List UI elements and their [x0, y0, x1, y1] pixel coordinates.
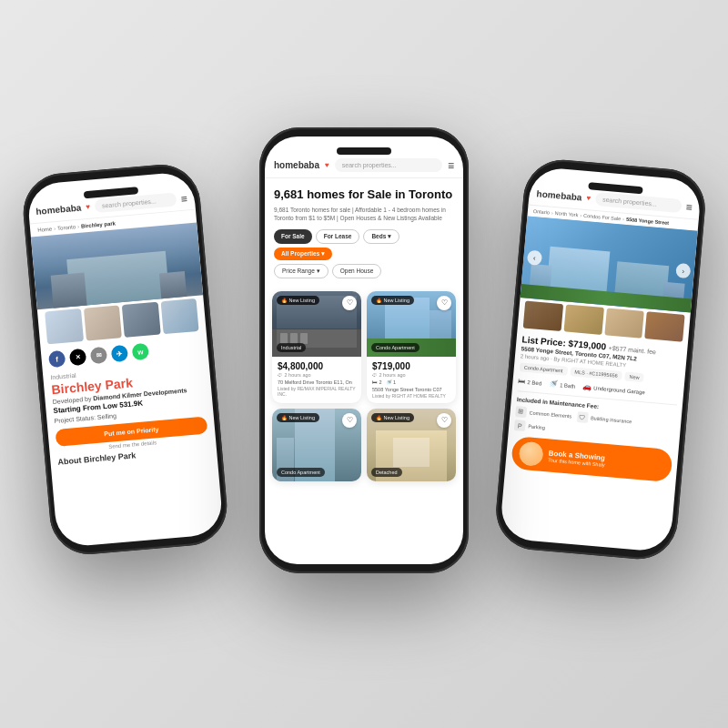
center-logo-heart: ♥	[325, 161, 329, 169]
right-bc-northyork[interactable]: North York	[554, 210, 578, 217]
filter-beds[interactable]: Beds ▾	[363, 229, 399, 244]
center-header: homebaba ♥ search properties... ≡	[265, 136, 463, 178]
center-phone: homebaba ♥ search properties... ≡ 9,681 …	[259, 127, 469, 573]
right-beds: 🛏 2 Bed	[518, 377, 541, 387]
filter-row-1: For Sale For Lease Beds ▾ All Properties…	[274, 229, 454, 260]
favorite-btn-4[interactable]: ♡	[437, 413, 451, 428]
right-search-input[interactable]: search properties...	[594, 192, 682, 213]
share-twitter[interactable]: ✕	[69, 349, 87, 367]
property-type-4: Detached	[371, 468, 402, 477]
thumb-2[interactable]	[83, 305, 121, 340]
listing-img-2: 🔥 New Listing ♡ Condo Apartment	[367, 291, 456, 357]
listing-card-3[interactable]: 🔥 New Listing ♡ Condo Apartment	[272, 409, 361, 481]
property-type-1: Industrial	[277, 343, 306, 352]
breadcrumb-toronto[interactable]: Toronto	[57, 224, 76, 231]
center-phone-notch	[337, 147, 391, 155]
filter-for-sale[interactable]: For Sale	[274, 229, 312, 244]
left-phone-screen: homebaba ♥ search properties... ≡ Home ›…	[26, 171, 224, 548]
center-menu-icon[interactable]: ≡	[448, 159, 454, 172]
booking-avatar	[519, 441, 544, 467]
listing-card-4[interactable]: 🔥 New Listing ♡ Detached	[367, 409, 456, 481]
right-thumb-1[interactable]	[523, 301, 563, 332]
new-listing-badge-3: 🔥 New Listing	[277, 413, 319, 422]
right-bc-ontario[interactable]: Ontario	[533, 208, 551, 216]
right-phone: homebaba ♥ search properties... ≡ Ontari…	[493, 157, 709, 562]
breadcrumb-current: Birchley park	[81, 220, 116, 228]
right-parking: 🚗 Underground Garage	[582, 382, 645, 396]
listing-info-2: $719,000 ⏱ 2 hours ago 🛏 2🚿 1 5508 Yonge…	[367, 357, 456, 403]
right-tag-type: Condo Apartment	[520, 362, 568, 376]
right-logo-heart: ♥	[586, 194, 592, 202]
filter-price-range[interactable]: Price Range ▾	[274, 264, 329, 278]
center-logo: homebaba	[274, 160, 319, 170]
listing-info-1: $4,800,000 ⏱ 2 hours ago 70 Melford Driv…	[272, 357, 361, 401]
new-listing-badge-2: 🔥 New Listing	[371, 296, 414, 305]
thumb-4[interactable]	[160, 298, 198, 334]
hero-title: 9,681 homes for Sale in Toronto	[274, 187, 454, 202]
listing-img-1: 🔥 New Listing ♡ Industrial	[272, 291, 361, 357]
listing-agent-2: Listed by RIGHT AT HOME REALTY	[372, 393, 450, 399]
breadcrumb-home[interactable]: Home	[37, 226, 52, 232]
property-type-3: Condo Apartment	[277, 468, 325, 477]
property-type-2: Condo Apartment	[371, 343, 420, 352]
listing-card-1[interactable]: 🔥 New Listing ♡ Industrial $4,800,000 ⏱ …	[272, 291, 361, 403]
right-menu-icon[interactable]: ≡	[685, 200, 693, 214]
common-elements-icon: ⊞	[515, 406, 527, 418]
right-logo: homebaba	[536, 188, 582, 202]
thumb-1[interactable]	[45, 308, 83, 344]
phones-container: homebaba ♥ search properties... ≡ Home ›…	[9, 9, 719, 719]
center-search-input[interactable]: search properties...	[335, 158, 442, 172]
hero-subtitle: 9,681 Toronto homes for sale | Affordabl…	[274, 206, 454, 222]
right-tag-mls: MLS · #C11995656	[570, 367, 622, 380]
listing-address-2: 5508 Yonge Street Toronto C07	[372, 387, 450, 392]
filter-for-lease[interactable]: For Lease	[316, 229, 360, 244]
filter-open-house[interactable]: Open House	[332, 264, 382, 278]
right-phone-screen: homebaba ♥ search properties... ≡ Ontari…	[499, 167, 702, 553]
listing-price-2: $719,000	[372, 361, 450, 371]
parking-icon: P	[514, 420, 526, 431]
right-main-image: ‹ ›	[521, 216, 698, 312]
listing-img-3: 🔥 New Listing ♡ Condo Apartment	[272, 409, 361, 481]
share-whatsapp[interactable]: w	[132, 343, 150, 361]
right-thumb-4[interactable]	[644, 311, 684, 342]
favorite-btn-2[interactable]: ♡	[437, 296, 451, 310]
center-hero: 9,681 homes for Sale in Toronto 9,681 To…	[265, 178, 463, 291]
listing-agent-1: Listed by RE/MAX IMPERIAL REALTY INC.	[278, 386, 356, 397]
filter-all-properties[interactable]: All Properties ▾	[274, 248, 332, 260]
favorite-btn-3[interactable]: ♡	[342, 413, 357, 428]
share-telegram[interactable]: ✈	[111, 345, 129, 363]
listing-img-4: 🔥 New Listing ♡ Detached	[367, 409, 456, 481]
right-tag-new: New	[624, 371, 644, 382]
listing-meta-2: ⏱ 2 hours ago	[372, 372, 450, 378]
listings-grid: 🔥 New Listing ♡ Industrial $4,800,000 ⏱ …	[265, 291, 463, 489]
share-email[interactable]: ✉	[90, 347, 108, 365]
right-bc-condos[interactable]: Condos For Sale	[583, 213, 622, 222]
right-baths: 🚿 1 Bath	[549, 379, 576, 390]
right-bc-address: 5508 Yonge Street	[626, 217, 670, 226]
center-phone-screen: homebaba ♥ search properties... ≡ 9,681 …	[265, 136, 463, 564]
thumb-3[interactable]	[122, 302, 160, 338]
share-facebook[interactable]: f	[48, 350, 66, 369]
right-thumb-2[interactable]	[563, 304, 603, 335]
building-insurance-icon: 🛡	[577, 411, 589, 423]
listing-price-1: $4,800,000	[278, 361, 356, 371]
left-menu-icon[interactable]: ≡	[180, 192, 187, 206]
favorite-btn-1[interactable]: ♡	[342, 296, 357, 310]
right-thumb-3[interactable]	[604, 308, 644, 339]
listing-address-1: 70 Melford Drive Toronto E11, On	[278, 379, 356, 385]
left-logo-heart: ♥	[86, 203, 91, 211]
listing-beds-baths-2: 🛏 2🚿 1	[372, 379, 450, 385]
new-listing-badge-4: 🔥 New Listing	[371, 413, 414, 422]
booking-text: Book a Showing Tour this home with Shaly	[548, 449, 606, 467]
left-logo: homebaba	[35, 203, 82, 217]
left-phone: homebaba ♥ search properties... ≡ Home ›…	[20, 161, 230, 557]
listing-card-2[interactable]: 🔥 New Listing ♡ Condo Apartment $719,000…	[367, 291, 456, 403]
left-main-image	[31, 223, 203, 310]
listing-meta-1: ⏱ 2 hours ago	[278, 372, 356, 378]
filter-row-2: Price Range ▾ Open House	[274, 264, 454, 278]
new-listing-badge-1: 🔥 New Listing	[277, 296, 319, 305]
